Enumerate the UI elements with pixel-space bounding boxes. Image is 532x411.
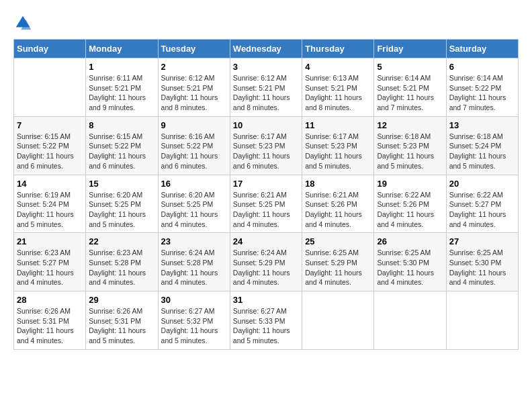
day-number: 4 xyxy=(305,62,371,72)
day-info: Sunrise: 6:20 AMSunset: 5:25 PMDaylight:… xyxy=(161,190,227,230)
header-day-saturday: Saturday xyxy=(446,40,518,58)
day-number: 20 xyxy=(449,179,515,189)
day-number: 8 xyxy=(89,120,154,130)
calendar-cell: 28Sunrise: 6:26 AMSunset: 5:31 PMDayligh… xyxy=(14,291,86,350)
day-number: 13 xyxy=(449,120,515,130)
day-number: 24 xyxy=(233,236,299,246)
header-day-friday: Friday xyxy=(374,40,446,58)
calendar-cell: 19Sunrise: 6:22 AMSunset: 5:26 PMDayligh… xyxy=(374,175,446,233)
calendar-cell: 21Sunrise: 6:23 AMSunset: 5:27 PMDayligh… xyxy=(14,233,86,291)
logo-icon xyxy=(13,13,32,32)
day-info: Sunrise: 6:23 AMSunset: 5:27 PMDaylight:… xyxy=(17,248,83,287)
calendar-cell: 16Sunrise: 6:20 AMSunset: 5:25 PMDayligh… xyxy=(158,175,230,233)
calendar-cell: 6Sunrise: 6:14 AMSunset: 5:22 PMDaylight… xyxy=(446,58,518,117)
day-number: 19 xyxy=(377,179,443,189)
day-info: Sunrise: 6:15 AMSunset: 5:22 PMDaylight:… xyxy=(17,132,83,171)
day-number: 26 xyxy=(377,236,443,246)
calendar-week-5: 28Sunrise: 6:26 AMSunset: 5:31 PMDayligh… xyxy=(14,291,519,350)
day-number: 2 xyxy=(161,62,227,72)
day-number: 31 xyxy=(233,295,299,305)
calendar-cell: 7Sunrise: 6:15 AMSunset: 5:22 PMDaylight… xyxy=(14,116,86,175)
calendar-cell: 29Sunrise: 6:26 AMSunset: 5:31 PMDayligh… xyxy=(86,291,158,350)
calendar-week-3: 14Sunrise: 6:19 AMSunset: 5:24 PMDayligh… xyxy=(14,175,519,233)
calendar-cell: 8Sunrise: 6:15 AMSunset: 5:22 PMDaylight… xyxy=(86,116,158,175)
day-info: Sunrise: 6:18 AMSunset: 5:24 PMDaylight:… xyxy=(449,132,515,171)
day-info: Sunrise: 6:25 AMSunset: 5:29 PMDaylight:… xyxy=(305,248,371,287)
day-info: Sunrise: 6:22 AMSunset: 5:27 PMDaylight:… xyxy=(449,190,515,230)
day-number: 11 xyxy=(305,120,371,130)
calendar-cell xyxy=(374,291,446,350)
calendar-cell: 30Sunrise: 6:27 AMSunset: 5:32 PMDayligh… xyxy=(158,291,230,350)
day-info: Sunrise: 6:22 AMSunset: 5:26 PMDaylight:… xyxy=(377,190,443,230)
day-number: 16 xyxy=(161,179,227,189)
day-number: 7 xyxy=(17,120,83,130)
day-number: 3 xyxy=(233,62,299,72)
day-info: Sunrise: 6:27 AMSunset: 5:32 PMDaylight:… xyxy=(161,306,227,346)
calendar-table: SundayMondayTuesdayWednesdayThursdayFrid… xyxy=(13,39,519,350)
calendar-cell: 25Sunrise: 6:25 AMSunset: 5:29 PMDayligh… xyxy=(302,233,374,291)
day-number: 30 xyxy=(161,295,227,305)
day-info: Sunrise: 6:19 AMSunset: 5:24 PMDaylight:… xyxy=(17,190,83,230)
calendar-week-1: 1Sunrise: 6:11 AMSunset: 5:21 PMDaylight… xyxy=(14,58,519,117)
day-number: 6 xyxy=(449,62,515,72)
day-number: 14 xyxy=(17,179,83,189)
day-number: 23 xyxy=(161,236,227,246)
calendar-week-4: 21Sunrise: 6:23 AMSunset: 5:27 PMDayligh… xyxy=(14,233,519,291)
calendar-cell: 20Sunrise: 6:22 AMSunset: 5:27 PMDayligh… xyxy=(446,175,518,233)
calendar-week-2: 7Sunrise: 6:15 AMSunset: 5:22 PMDaylight… xyxy=(14,116,519,175)
day-number: 21 xyxy=(17,236,83,246)
day-number: 18 xyxy=(305,179,371,189)
calendar-cell: 17Sunrise: 6:21 AMSunset: 5:25 PMDayligh… xyxy=(230,175,302,233)
day-number: 27 xyxy=(449,236,515,246)
calendar-cell: 4Sunrise: 6:13 AMSunset: 5:21 PMDaylight… xyxy=(302,58,374,117)
day-number: 10 xyxy=(233,120,299,130)
header-day-thursday: Thursday xyxy=(302,40,374,58)
day-info: Sunrise: 6:26 AMSunset: 5:31 PMDaylight:… xyxy=(89,306,154,346)
day-info: Sunrise: 6:14 AMSunset: 5:22 PMDaylight:… xyxy=(449,73,515,113)
day-info: Sunrise: 6:18 AMSunset: 5:23 PMDaylight:… xyxy=(377,132,443,171)
day-info: Sunrise: 6:15 AMSunset: 5:22 PMDaylight:… xyxy=(89,132,154,171)
calendar-cell: 12Sunrise: 6:18 AMSunset: 5:23 PMDayligh… xyxy=(374,116,446,175)
day-info: Sunrise: 6:12 AMSunset: 5:21 PMDaylight:… xyxy=(233,73,299,113)
calendar-cell: 13Sunrise: 6:18 AMSunset: 5:24 PMDayligh… xyxy=(446,116,518,175)
header-day-monday: Monday xyxy=(86,40,158,58)
logo xyxy=(13,13,34,32)
day-info: Sunrise: 6:21 AMSunset: 5:25 PMDaylight:… xyxy=(233,190,299,230)
calendar-cell: 11Sunrise: 6:17 AMSunset: 5:23 PMDayligh… xyxy=(302,116,374,175)
calendar-header-row: SundayMondayTuesdayWednesdayThursdayFrid… xyxy=(14,40,519,58)
day-info: Sunrise: 6:24 AMSunset: 5:28 PMDaylight:… xyxy=(161,248,227,287)
calendar-cell: 18Sunrise: 6:21 AMSunset: 5:26 PMDayligh… xyxy=(302,175,374,233)
day-info: Sunrise: 6:24 AMSunset: 5:29 PMDaylight:… xyxy=(233,248,299,287)
day-number: 17 xyxy=(233,179,299,189)
calendar-cell: 1Sunrise: 6:11 AMSunset: 5:21 PMDaylight… xyxy=(86,58,158,117)
day-info: Sunrise: 6:11 AMSunset: 5:21 PMDaylight:… xyxy=(89,73,154,113)
day-number: 25 xyxy=(305,236,371,246)
calendar-cell: 5Sunrise: 6:14 AMSunset: 5:21 PMDaylight… xyxy=(374,58,446,117)
calendar-cell xyxy=(302,291,374,350)
day-info: Sunrise: 6:21 AMSunset: 5:26 PMDaylight:… xyxy=(305,190,371,230)
day-info: Sunrise: 6:13 AMSunset: 5:21 PMDaylight:… xyxy=(305,73,371,113)
day-info: Sunrise: 6:25 AMSunset: 5:30 PMDaylight:… xyxy=(377,248,443,287)
day-info: Sunrise: 6:16 AMSunset: 5:22 PMDaylight:… xyxy=(161,132,227,171)
day-number: 15 xyxy=(89,179,154,189)
day-info: Sunrise: 6:26 AMSunset: 5:31 PMDaylight:… xyxy=(17,306,83,346)
calendar-cell: 31Sunrise: 6:27 AMSunset: 5:33 PMDayligh… xyxy=(230,291,302,350)
calendar-cell: 27Sunrise: 6:25 AMSunset: 5:30 PMDayligh… xyxy=(446,233,518,291)
day-number: 5 xyxy=(377,62,443,72)
calendar-cell: 14Sunrise: 6:19 AMSunset: 5:24 PMDayligh… xyxy=(14,175,86,233)
day-info: Sunrise: 6:17 AMSunset: 5:23 PMDaylight:… xyxy=(233,132,299,171)
day-number: 22 xyxy=(89,236,154,246)
day-info: Sunrise: 6:23 AMSunset: 5:28 PMDaylight:… xyxy=(89,248,154,287)
day-info: Sunrise: 6:17 AMSunset: 5:23 PMDaylight:… xyxy=(305,132,371,171)
calendar-cell: 10Sunrise: 6:17 AMSunset: 5:23 PMDayligh… xyxy=(230,116,302,175)
calendar-cell: 23Sunrise: 6:24 AMSunset: 5:28 PMDayligh… xyxy=(158,233,230,291)
calendar-cell: 26Sunrise: 6:25 AMSunset: 5:30 PMDayligh… xyxy=(374,233,446,291)
day-number: 1 xyxy=(89,62,154,72)
header-day-sunday: Sunday xyxy=(14,40,86,58)
calendar-cell xyxy=(14,58,86,117)
day-info: Sunrise: 6:20 AMSunset: 5:25 PMDaylight:… xyxy=(89,190,154,230)
calendar-cell: 15Sunrise: 6:20 AMSunset: 5:25 PMDayligh… xyxy=(86,175,158,233)
day-info: Sunrise: 6:12 AMSunset: 5:21 PMDaylight:… xyxy=(161,73,227,113)
day-number: 9 xyxy=(161,120,227,130)
header-day-wednesday: Wednesday xyxy=(230,40,302,58)
